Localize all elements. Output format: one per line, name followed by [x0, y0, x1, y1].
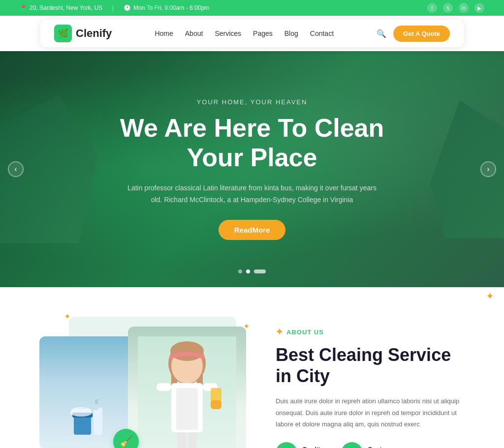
sparkle-icon-2: ✦	[243, 322, 251, 329]
top-bar: 📍 20, Bardeshi, New York, US | 🕐 Mon To …	[0, 0, 504, 16]
svg-rect-17	[211, 400, 221, 409]
hero-cta-button[interactable]: ReadMore	[219, 220, 286, 240]
nav-services[interactable]: Services	[215, 30, 241, 37]
youtube-icon[interactable]: ▶	[474, 3, 484, 13]
facebook-icon[interactable]: f	[427, 3, 437, 13]
nav-actions: 🔍 Get A Quote	[377, 26, 450, 42]
quality-icon: 🖥	[276, 442, 297, 448]
top-bar-left: 📍 20, Bardeshi, New York, US | 🕐 Mon To …	[20, 4, 209, 11]
logo-icon: 🌿	[54, 25, 72, 42]
about-section: 🧹 ✦ ✦ ✦ ABOUT US Best Cleaing Service in…	[0, 287, 504, 448]
logo[interactable]: 🌿 Clenify	[54, 25, 112, 42]
about-label: ✦ ABOUT US	[276, 327, 465, 337]
navbar-wrapper: 🌿 Clenify Home About Services Pages Blog…	[0, 16, 504, 51]
twitter-icon[interactable]: 𝕏	[443, 3, 453, 13]
svg-rect-4	[95, 399, 98, 404]
address-item: 📍 20, Bardeshi, New York, US	[20, 4, 102, 11]
hero-title: We Are Here To Clean Your Place	[94, 114, 410, 173]
nav-blog[interactable]: Blog	[284, 30, 298, 37]
logo-text: Clenify	[76, 27, 112, 40]
woman-silhouette	[128, 327, 246, 448]
svg-rect-13	[176, 388, 198, 430]
svg-rect-19	[188, 432, 197, 448]
separator: |	[112, 4, 114, 11]
about-title: Best Cleaing Service in City	[276, 344, 465, 387]
hours-text: Mon To Fri, 9:00am - 6:00pm	[133, 4, 209, 11]
right-sparkle-icon: ✦	[486, 290, 494, 302]
hero-dots	[238, 269, 266, 273]
address-text: 20, Bardeshi, New York, US	[30, 4, 102, 11]
clock-icon: 🕐	[124, 4, 131, 11]
linkedin-icon[interactable]: in	[459, 3, 469, 13]
svg-rect-0	[74, 415, 91, 435]
hero-dot-2[interactable]	[246, 269, 250, 273]
hero-content: YOUR HOME, YOUR HEAVEN We Are Here To Cl…	[85, 98, 419, 239]
hero-dot-1[interactable]	[238, 269, 242, 273]
feature-quality: 🖥 QualityCleaning	[276, 442, 329, 448]
sparkle-icon-1: ✦	[64, 312, 72, 320]
nav-pages[interactable]: Pages	[253, 30, 273, 37]
about-content: ✦ ABOUT US Best Cleaing Service in City …	[276, 317, 465, 448]
svg-rect-18	[177, 432, 186, 448]
about-label-dot: ✦	[276, 327, 284, 337]
cleaning-supplies-svg	[66, 386, 116, 445]
about-label-text: ABOUT US	[286, 329, 324, 336]
quote-button[interactable]: Get A Quote	[393, 26, 450, 42]
navbar: 🌿 Clenify Home About Services Pages Blog…	[40, 20, 464, 47]
hero-next-arrow[interactable]: ›	[480, 161, 496, 177]
svg-rect-14	[157, 383, 171, 391]
top-bar-social: f 𝕏 in ▶	[427, 3, 484, 13]
nav-about[interactable]: About	[185, 30, 203, 37]
hero-description: Latin professor classical Latin literatu…	[124, 182, 380, 206]
nav-home[interactable]: Home	[155, 30, 173, 37]
about-features: 🖥 QualityCleaning 🎯 CustomerService	[276, 442, 465, 448]
location-icon: 📍	[20, 4, 27, 11]
hours-item: 🕐 Mon To Fri, 9:00am - 6:00pm	[124, 4, 209, 11]
feature-customer: 🎯 CustomerService	[341, 442, 398, 448]
hero-subtitle: YOUR HOME, YOUR HEAVEN	[94, 98, 410, 106]
nav-contact[interactable]: Contact	[310, 30, 334, 37]
nav-links: Home About Services Pages Blog Contact	[155, 30, 334, 37]
about-images: 🧹 ✦ ✦	[39, 317, 246, 448]
woman-svg	[138, 336, 236, 448]
svg-rect-2	[94, 408, 102, 435]
customer-icon: 🎯	[341, 442, 363, 448]
svg-point-11	[170, 341, 204, 361]
hero-prev-arrow[interactable]: ‹	[8, 161, 24, 177]
hero-section: ‹ › YOUR HOME, YOUR HEAVEN We Are Here T…	[0, 51, 504, 287]
about-description: Duis aute irure dolor in repreh ation ul…	[276, 395, 465, 430]
search-button[interactable]: 🔍	[377, 29, 386, 38]
hero-dot-3[interactable]	[254, 269, 266, 273]
customer-label: CustomerService	[368, 446, 398, 448]
quality-label: QualityCleaning	[302, 446, 329, 448]
about-img-big	[128, 327, 246, 448]
